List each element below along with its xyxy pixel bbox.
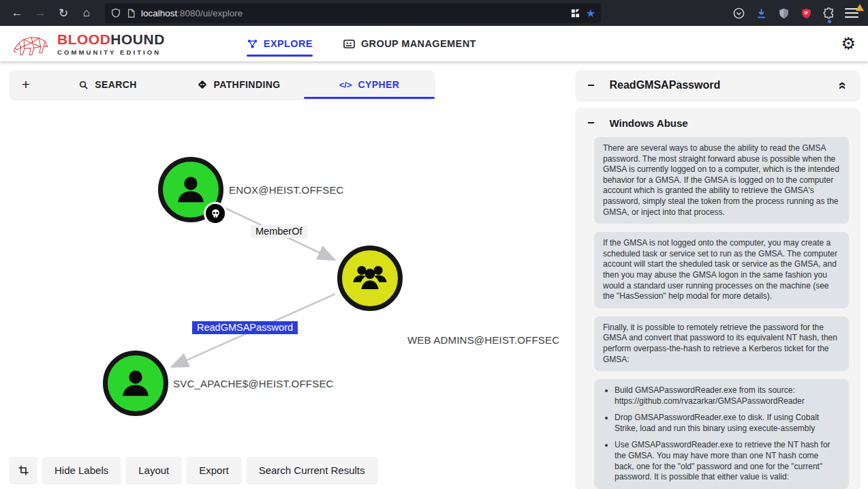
reload-icon[interactable]: ↻ bbox=[53, 3, 74, 23]
nav-explore[interactable]: EXPLORE bbox=[247, 38, 313, 50]
pocket-icon[interactable] bbox=[732, 7, 745, 20]
url-text: localhost:8080/ui/explore bbox=[141, 8, 565, 18]
layout-button[interactable]: Layout bbox=[126, 457, 181, 483]
crop-icon bbox=[18, 464, 29, 476]
group-management-icon bbox=[343, 38, 356, 50]
graph-toolbar: Hide Labels Layout Export Search Current… bbox=[10, 457, 377, 483]
url-bar[interactable]: localhost:8080/ui/explore ★ bbox=[105, 3, 601, 23]
windows-abuse-title: Windows Abuse bbox=[610, 117, 688, 129]
app-header: BLOODHOUND COMMUNITY EDITION EXPLORE GRO… bbox=[0, 26, 868, 61]
edge-info-panel: − ReadGMSAPassword « − Windows Abuse The… bbox=[576, 70, 860, 489]
abuse-step: Drop GMSAPasswordReader.exe to disk. If … bbox=[615, 413, 840, 434]
forward-icon[interactable]: → bbox=[30, 3, 50, 23]
bloodhound-logo: BLOODHOUND COMMUNITY EDITION bbox=[12, 29, 165, 58]
page-info-icon[interactable] bbox=[126, 8, 136, 18]
bloodhound-dog-icon bbox=[12, 29, 50, 58]
edge-label-readgmsapassword[interactable]: ReadGMSAPassword bbox=[192, 321, 298, 334]
red-shield-extension-icon[interactable] bbox=[800, 7, 813, 20]
skull-icon bbox=[209, 207, 222, 220]
user-icon bbox=[172, 171, 209, 208]
node-label-webadmins: WEB ADMINS@HEIST.OFFSEC bbox=[407, 334, 559, 346]
collapse-icon[interactable]: − bbox=[587, 117, 595, 129]
owned-skull-badge bbox=[204, 202, 227, 225]
windows-abuse-header[interactable]: − Windows Abuse bbox=[576, 108, 860, 137]
explore-view: ENOX@HEIST.OFFSEC WEB ADMINS@HEIST.OFFSE… bbox=[0, 61, 868, 489]
downloads-icon[interactable] bbox=[755, 7, 768, 20]
home-icon[interactable]: ⌂ bbox=[76, 3, 97, 23]
graph-canvas[interactable] bbox=[0, 61, 572, 489]
collapse-all-icon[interactable]: « bbox=[837, 81, 852, 89]
abuse-step: Use GMSAPasswordReader.exe to retrieve t… bbox=[615, 440, 840, 482]
abuse-paragraph: If the GMSA is not logged onto the compu… bbox=[594, 232, 849, 308]
abuse-step: Build GMSAPasswordReader.exe from its so… bbox=[615, 385, 840, 406]
adblock-shield-icon[interactable] bbox=[777, 7, 790, 20]
hide-labels-button[interactable]: Hide Labels bbox=[42, 457, 121, 483]
abuse-paragraph: Finally, it is possible to remotely retr… bbox=[594, 316, 849, 371]
abuse-steps: Build GMSAPasswordReader.exe from its so… bbox=[594, 379, 849, 489]
nav-group-management-label: GROUP MANAGEMENT bbox=[361, 38, 476, 49]
explore-graph-icon bbox=[247, 38, 258, 50]
extensions-puzzle-icon[interactable] bbox=[822, 7, 835, 20]
nav-explore-label: EXPLORE bbox=[264, 38, 313, 49]
export-button[interactable]: Export bbox=[187, 457, 241, 483]
bookmark-star-icon[interactable]: ★ bbox=[586, 7, 595, 20]
settings-gear-icon[interactable]: ⚙ bbox=[841, 35, 856, 52]
edge-info-header: − ReadGMSAPassword « bbox=[576, 70, 860, 100]
windows-abuse-card: − Windows Abuse There are several ways t… bbox=[576, 108, 860, 489]
nav-group-management[interactable]: GROUP MANAGEMENT bbox=[343, 38, 476, 50]
search-current-results-button[interactable]: Search Current Results bbox=[247, 457, 377, 483]
node-label-enox: ENOX@HEIST.OFFSEC bbox=[229, 184, 344, 196]
node-user-svcapache[interactable] bbox=[103, 351, 168, 416]
update-warning-badge bbox=[856, 4, 864, 11]
node-label-svcapache: SVC_APACHE$@HEIST.OFFSEC bbox=[173, 378, 334, 389]
edge-info-title: ReadGMSAPassword bbox=[610, 79, 721, 91]
abuse-paragraph: There are several ways to abuse the abil… bbox=[594, 137, 849, 224]
edge-label-memberof[interactable]: MemberOf bbox=[251, 225, 307, 238]
browser-toolbar: ← → ↻ ⌂ localhost:8080/ui/explore ★ bbox=[0, 0, 868, 26]
logo-subtitle: COMMUNITY EDITION bbox=[57, 48, 165, 56]
menu-icon[interactable] bbox=[845, 8, 858, 18]
screenshot-grid-icon[interactable] bbox=[570, 8, 581, 19]
fit-graph-button[interactable] bbox=[10, 457, 37, 483]
group-icon bbox=[350, 258, 390, 298]
back-icon[interactable]: ← bbox=[7, 3, 27, 23]
node-group-webadmins[interactable] bbox=[337, 246, 403, 311]
logo-wordmark: BLOODHOUND bbox=[57, 32, 165, 46]
collapse-icon[interactable]: − bbox=[587, 79, 595, 91]
shield-permissions-icon[interactable] bbox=[110, 8, 121, 18]
extension-notification-dot bbox=[828, 20, 831, 23]
app-nav: EXPLORE GROUP MANAGEMENT bbox=[247, 38, 476, 50]
user-icon bbox=[117, 365, 154, 402]
